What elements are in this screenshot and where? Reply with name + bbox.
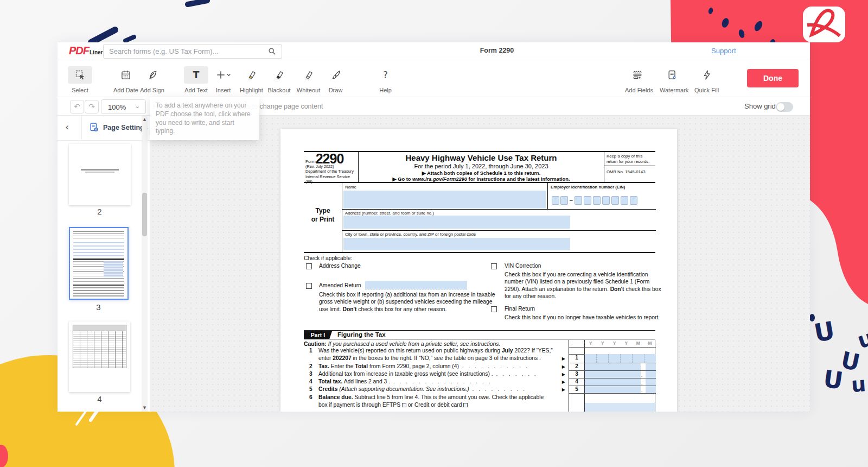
zoom-level-select[interactable]: 100% ⌄ xyxy=(101,99,146,114)
tool-blackout[interactable]: Blackout xyxy=(267,66,291,94)
tool-help[interactable]: ? Help xyxy=(373,66,398,94)
document-canvas: Form2290 (Rev. July 2022) Department of … xyxy=(150,116,810,412)
amount-field-line5[interactable]: . xyxy=(585,386,656,393)
ein-box[interactable] xyxy=(630,196,637,205)
vin-correction-checkbox[interactable] xyxy=(491,263,497,269)
vin-correction-description: Check this box if you are correcting a v… xyxy=(505,271,662,300)
final-return-description: Check this box if you no longer have tax… xyxy=(505,314,662,321)
sidebar-header: ‹ Page Settings xyxy=(58,116,150,141)
chevron-down-icon xyxy=(227,74,230,75)
acrobat-icon xyxy=(812,10,833,35)
amount-field-line6-partial[interactable] xyxy=(585,403,656,412)
red-dot-decoration xyxy=(0,445,8,467)
city-field[interactable] xyxy=(343,238,570,250)
amended-return-checkbox[interactable] xyxy=(306,283,312,289)
name-field[interactable] xyxy=(343,191,546,209)
ein-box[interactable] xyxy=(575,196,582,205)
part1-title: Figuring the Tax xyxy=(337,331,386,338)
ein-box[interactable] xyxy=(621,196,628,205)
tool-select[interactable]: Select xyxy=(68,66,92,94)
name-label: Name xyxy=(345,185,356,190)
address-change-checkbox[interactable] xyxy=(306,263,312,269)
address-change-label: Address Change xyxy=(319,263,361,269)
watermark-icon xyxy=(667,70,678,80)
amount-field-line4[interactable]: . xyxy=(585,378,656,386)
ein-box[interactable] xyxy=(593,196,601,205)
scroll-down-icon[interactable]: ▼ xyxy=(142,406,148,410)
amount-field-line3[interactable]: . xyxy=(585,371,656,378)
form-attach-note: ▶ Attach both copies of Schedule 1 to th… xyxy=(359,170,604,176)
tool-add-date[interactable]: Add Date xyxy=(113,66,138,94)
pdfliner-logo[interactable]: PDFLiner xyxy=(69,45,103,56)
grid-row-number: 4 xyxy=(569,378,584,384)
address-field[interactable] xyxy=(343,216,570,229)
done-button[interactable]: Done xyxy=(747,69,799,87)
editor-body: ‹ Page Settings 2 xyxy=(58,116,810,412)
divider xyxy=(569,393,656,394)
part1-amount-grid: YYYYMM 1 2 . 3 . xyxy=(569,340,655,412)
logo-pdf-text: PDF xyxy=(69,45,89,56)
tool-add-sign[interactable]: Add Sign xyxy=(140,66,164,94)
date-box[interactable] xyxy=(621,354,633,363)
chevron-down-icon: ⌄ xyxy=(135,103,140,110)
brush-stroke-decoration xyxy=(125,37,134,41)
search-input[interactable] xyxy=(109,45,261,58)
ein-box[interactable] xyxy=(602,196,610,205)
divider xyxy=(342,230,656,231)
support-link[interactable]: Support xyxy=(711,47,736,55)
collapse-sidebar-button[interactable]: ‹ xyxy=(65,121,69,132)
tool-highlight[interactable]: Highlight xyxy=(239,66,264,94)
undo-button[interactable]: ↶ xyxy=(70,100,84,113)
thumbnail-content xyxy=(73,285,124,286)
add-fields-icon xyxy=(632,70,643,80)
date-box[interactable] xyxy=(597,354,609,363)
tool-add-fields[interactable]: Add Fields xyxy=(625,66,649,94)
final-return-checkbox[interactable] xyxy=(491,306,497,312)
page-thumbnail-2[interactable] xyxy=(69,144,131,205)
acrobat-tile-decoration xyxy=(803,7,845,42)
type-or-print-section: Typeor Print Name Employer identificatio… xyxy=(304,183,655,253)
calendar-icon xyxy=(120,70,131,80)
part1-tag: Part I xyxy=(304,331,332,339)
page-number-2: 2 xyxy=(69,207,130,216)
sidebar-scrollbar[interactable]: ▲ ▼ xyxy=(142,116,148,412)
search-icon[interactable] xyxy=(268,47,276,55)
date-box[interactable] xyxy=(644,354,656,363)
tool-insert[interactable]: Insert xyxy=(211,66,235,94)
form-number: 2290 xyxy=(316,153,344,164)
ein-box[interactable] xyxy=(584,196,591,205)
tool-quick-fill[interactable]: Quick Fill xyxy=(694,66,719,94)
redo-button[interactable]: ↷ xyxy=(85,100,99,113)
page-thumbnail-4[interactable] xyxy=(69,321,130,392)
ein-box[interactable] xyxy=(560,196,568,205)
form-line-1: 1 Was the vehicle(s) reported on this re… xyxy=(304,347,567,362)
amended-return-field[interactable] xyxy=(365,281,467,289)
thumbnail-content xyxy=(73,325,126,368)
page-settings-button[interactable]: Page Settings xyxy=(89,122,148,132)
tooltip-text: To add a text anywhere on your PDF choos… xyxy=(156,102,251,135)
credit-card-checkbox[interactable] xyxy=(463,403,468,407)
amount-field-line2[interactable]: . xyxy=(585,363,656,370)
show-grid-toggle[interactable] xyxy=(776,102,793,112)
right-arrow-icon: ▶ xyxy=(560,355,565,363)
scroll-up-icon[interactable]: ▲ xyxy=(142,117,148,122)
date-box[interactable] xyxy=(609,354,621,363)
page-thumbnail-3-selected[interactable] xyxy=(69,227,129,300)
tool-add-text[interactable]: T Add Text xyxy=(184,66,208,94)
date-boxes-row xyxy=(585,354,656,363)
scrollbar-thumb[interactable] xyxy=(142,193,147,236)
page-settings-icon xyxy=(89,122,99,132)
date-box[interactable] xyxy=(585,354,597,363)
tool-whiteout[interactable]: Whiteout xyxy=(296,66,321,94)
date-box[interactable] xyxy=(633,354,644,363)
add-text-icon: T xyxy=(193,70,200,80)
omb-number: OMB No. 1545-0143 xyxy=(604,166,655,174)
form-goto-note: ▶ Go to www.irs.gov/Form2290 for instruc… xyxy=(359,176,604,182)
tool-draw[interactable]: Draw xyxy=(323,66,348,94)
grid-row-number: 3 xyxy=(569,371,584,377)
ein-box[interactable] xyxy=(552,196,559,205)
tool-watermark[interactable]: Watermark xyxy=(660,66,684,94)
ein-box[interactable] xyxy=(611,196,619,205)
eftps-checkbox[interactable] xyxy=(402,403,406,407)
divider xyxy=(342,209,656,210)
